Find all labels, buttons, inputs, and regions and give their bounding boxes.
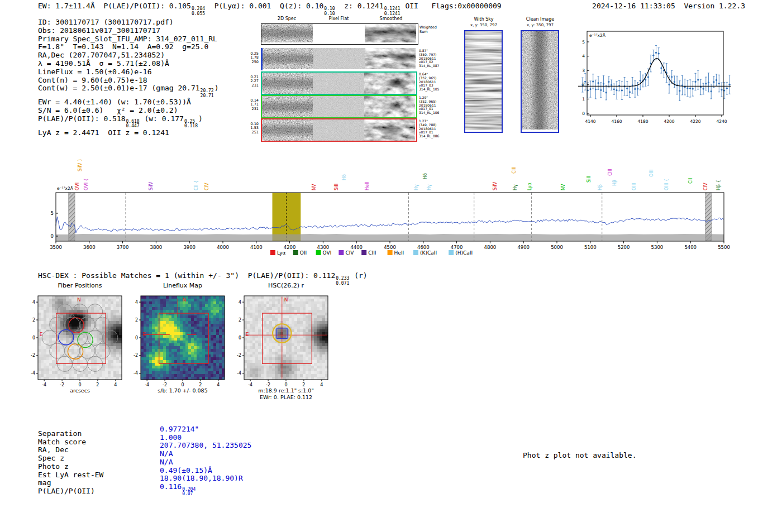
info-line: EWr = 4.40(±1.40) (w: 1.70(±0.53))Å [38, 98, 219, 107]
row-left-weights: 0.141.71231 [244, 95, 259, 118]
weighted-sum-label: Weighted Sum [419, 26, 437, 34]
emission-line-marker: OVI [75, 183, 80, 190]
emission-line-marker: SiIV [493, 181, 498, 190]
info-line: P(LAE)/P(OII): 0.5180.6180.447 (w: 0.177… [38, 115, 219, 129]
emission-line-marker: Hγ [513, 184, 518, 190]
svg-text:0: 0 [582, 111, 585, 116]
info-line: Primary Spec_Slot_IFU_AMP: 314_027_011_R… [38, 35, 219, 44]
clean-image [521, 30, 559, 133]
svg-text:4700: 4700 [451, 245, 463, 250]
info-line: RA,Dec (207.707047,51.234852) [38, 51, 219, 60]
sup-sub-value: 0.250.118 [184, 119, 198, 129]
row-smoothed-image [364, 73, 415, 94]
row-pixel-flat-image [313, 96, 364, 117]
svg-text:3700: 3700 [117, 245, 129, 250]
legend-label: HeII [394, 250, 404, 256]
emission-line-marker: Hβ [612, 180, 617, 186]
phot-z-note: Phot z plot not available. [523, 451, 637, 459]
with-sky-title: With Sky [459, 17, 508, 22]
svg-text:5500: 5500 [718, 245, 730, 250]
catalog-match-table: Separation0.977214"Match score1.000RA, D… [38, 430, 251, 501]
legend-label: (H)CaII [455, 250, 473, 256]
svg-text:5: 5 [582, 40, 585, 45]
match-row-value: 0.977214" [160, 425, 199, 433]
svg-text:4: 4 [114, 382, 117, 387]
svg-text:4600: 4600 [417, 245, 430, 250]
svg-text:-4: -4 [145, 382, 149, 387]
svg-text:4220: 4220 [690, 119, 700, 124]
match-table-row: P(LAE)/P(OII)0.1160.2040.07 [38, 487, 251, 501]
compass-n-label: N [77, 297, 81, 303]
svg-text:4: 4 [135, 300, 138, 305]
row-pixel-flat-image [313, 73, 364, 94]
svg-text:-2: -2 [31, 353, 35, 358]
svg-text:4400: 4400 [350, 245, 363, 250]
emission-line-marker: Hγ [427, 184, 432, 190]
emission-line-marker: Hδ [342, 174, 347, 180]
row-2d-spec-image [262, 96, 313, 117]
svg-text:0: 0 [32, 336, 35, 341]
emission-line-marker: CIV [204, 183, 209, 190]
col-title-smoothed: Smoothed [365, 16, 417, 21]
svg-text:-2: -2 [133, 353, 138, 358]
match-row-value: 207.707380, 51.235025 [160, 441, 251, 449]
emission-line-marker: Lyα [527, 183, 532, 190]
svg-text:2: 2 [239, 318, 241, 323]
svg-text:3: 3 [582, 68, 585, 73]
match-table-row: Photo zN/A [38, 463, 251, 471]
svg-text:2: 2 [32, 318, 35, 323]
legend-label: (K)CaII [420, 250, 437, 256]
row-2d-spec-image [262, 119, 313, 141]
svg-text:2: 2 [302, 382, 305, 387]
match-row-value: 0.49(±0.15)Å [160, 466, 212, 475]
row-2d-spec-image [262, 73, 313, 94]
row-smoothed-image [364, 96, 415, 117]
clean-image-coords: x, y: 350, 797 [516, 23, 565, 27]
info-line: S/N = 6.0(±0.6) χ² = 2.0(±0.2) [38, 107, 219, 115]
svg-text:4900: 4900 [517, 245, 530, 250]
match-row-label: Photo z [38, 463, 160, 471]
info-line: LyA z = 2.4471 OII z = 0.1241 [38, 129, 219, 137]
row-meta-labels: 0.87"(350, 797)20180611v017_02314_RL_087… [419, 48, 459, 142]
emission-line-marker: OIII { [664, 179, 669, 190]
weighted-2d-spec-image [261, 24, 313, 42]
svg-text:4: 4 [217, 382, 220, 387]
svg-text:5300: 5300 [651, 245, 664, 250]
emission-line-marker: CIII [512, 166, 517, 174]
row-left-weights: 0.101.53251 [244, 118, 259, 142]
clean-image-title: Clean Image [516, 17, 565, 22]
match-row-value: 18.90(18.90,18.90)R [160, 474, 243, 482]
cutout-2d-row [261, 48, 417, 70]
match-table-row: mag18.90(18.90,18.90)R [38, 479, 251, 487]
compass-n-label: N [183, 297, 187, 303]
svg-text:2: 2 [96, 382, 99, 387]
svg-text:0: 0 [78, 382, 81, 387]
fiber-positions-plot: NE-4-4-2-2002244 [29, 290, 131, 390]
row-right-meta: 0.64"(352, 965)20180611v017_03314_RL_105 [419, 71, 459, 95]
sup-sub-value: 0.6180.447 [126, 119, 140, 129]
svg-text:5200: 5200 [618, 245, 630, 250]
sup-sub-value: 0.2330.071 [336, 276, 349, 286]
sup-sub-value: 20.7220.71 [201, 89, 214, 98]
legend-label: OII [300, 250, 307, 256]
match-row-label: P(LAE)/P(OII) [38, 487, 160, 496]
svg-text:4000: 4000 [217, 245, 229, 250]
row-right-meta: 1.29"(352, 965)20180611v017_01314_RL_106 [419, 95, 459, 118]
svg-text:3500: 3500 [50, 245, 62, 250]
match-row-label: RA, Dec [38, 446, 160, 454]
info-line: LineFlux = 1.50(±0.46)e-16 [38, 68, 219, 76]
with-sky-image [464, 30, 503, 133]
svg-text:4: 4 [239, 300, 241, 305]
svg-text:4: 4 [582, 54, 585, 59]
match-table-row: Spec zN/A [38, 454, 251, 463]
sup-sub-value: 0.2040.07 [182, 487, 196, 497]
emission-line-marker: CII { [194, 180, 199, 190]
svg-text:5100: 5100 [584, 245, 597, 250]
col-title-2d-spec: 2D Spec [261, 16, 313, 21]
match-row-value: N/A [160, 449, 173, 458]
cutout-2d-row [261, 95, 417, 118]
match-table-row: RA, Dec207.707380, 51.235025 [38, 446, 251, 454]
svg-text:0: 0 [135, 336, 138, 341]
svg-text:2: 2 [582, 82, 585, 87]
row-pixel-flat-image [313, 119, 364, 141]
